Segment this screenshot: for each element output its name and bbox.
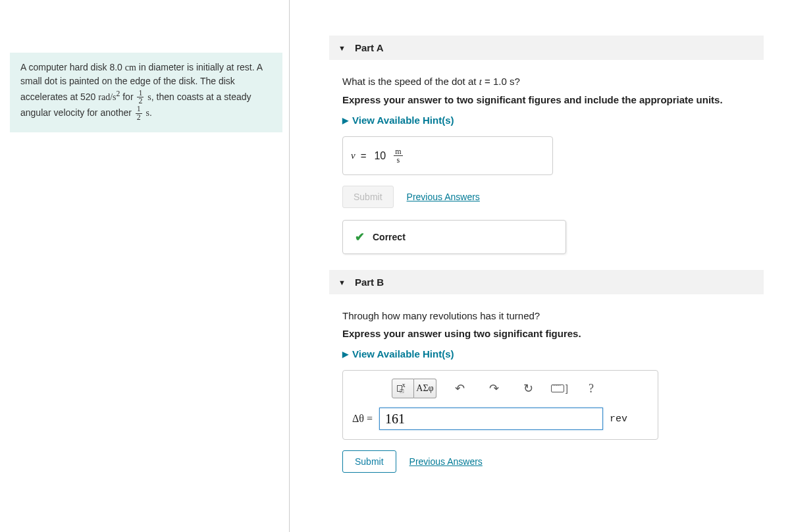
collapse-icon: ▼ bbox=[338, 44, 346, 52]
correct-label: Correct bbox=[373, 232, 406, 242]
answer-lhs: v bbox=[351, 150, 356, 161]
problem-statement: A computer hard disk 8.0 cm in diameter … bbox=[10, 53, 282, 132]
part-a-header[interactable]: ▼ Part A bbox=[329, 36, 764, 60]
answer-input-b[interactable] bbox=[379, 408, 603, 430]
previous-answers-a[interactable]: Previous Answers bbox=[407, 192, 480, 202]
fraction-half-1: 12 bbox=[137, 90, 144, 106]
part-b-instruction: Express your answer using two significan… bbox=[342, 328, 764, 339]
view-hints-a[interactable]: ▶ View Available Hint(s) bbox=[342, 115, 764, 126]
view-hints-b[interactable]: ▶ View Available Hint(s) bbox=[342, 348, 764, 359]
part-b-header[interactable]: ▼ Part B bbox=[329, 270, 764, 294]
part-a-instruction: Express your answer to two significant f… bbox=[342, 94, 764, 105]
equals-sign: = bbox=[361, 150, 367, 161]
correct-feedback: ✔ Correct bbox=[342, 220, 566, 254]
answer-widget-b: x□ ΑΣφ ↶ ↷ ↻ ] ? Δθ = rev bbox=[342, 370, 658, 440]
part-a-question: What is the speed of the dot at t = 1.0 … bbox=[342, 76, 764, 88]
previous-answers-b[interactable]: Previous Answers bbox=[409, 456, 483, 467]
problem-text: for bbox=[120, 92, 136, 102]
fraction-half-2: 12 bbox=[136, 105, 142, 122]
part-a-label: Part A bbox=[355, 42, 384, 53]
answer-display-a: v = 10 m s bbox=[342, 136, 553, 175]
collapse-icon: ▼ bbox=[338, 279, 346, 286]
submit-button-a: Submit bbox=[342, 186, 394, 208]
template-button[interactable]: x□ bbox=[392, 379, 414, 398]
answer-unit-b: rev bbox=[610, 413, 627, 425]
unit-cm: cm bbox=[125, 63, 136, 72]
expand-icon: ▶ bbox=[342, 116, 348, 125]
equation-toolbar: x□ ΑΣφ ↶ ↷ ↻ ] ? bbox=[352, 379, 648, 398]
part-b-label: Part B bbox=[355, 277, 384, 288]
undo-button[interactable]: ↶ bbox=[448, 379, 471, 398]
check-icon: ✔ bbox=[355, 230, 365, 244]
keyboard-icon bbox=[551, 385, 564, 392]
keyboard-button[interactable]: ] bbox=[551, 379, 568, 398]
submit-button-b[interactable]: Submit bbox=[342, 450, 396, 473]
expand-icon: ▶ bbox=[342, 350, 348, 359]
greek-button[interactable]: ΑΣφ bbox=[414, 379, 436, 398]
part-b-question: Through how many revolutions has it turn… bbox=[342, 310, 764, 321]
unit-rads2: rad/s2 bbox=[98, 92, 120, 102]
answer-lhs-b: Δθ = bbox=[352, 413, 373, 425]
problem-text: . bbox=[149, 107, 152, 118]
redo-button[interactable]: ↷ bbox=[483, 379, 505, 398]
answer-unit-a: m s bbox=[394, 147, 402, 164]
answer-value-a: 10 bbox=[374, 150, 386, 162]
help-button[interactable]: ? bbox=[580, 379, 602, 398]
reset-button[interactable]: ↻ bbox=[517, 379, 539, 398]
problem-text: A computer hard disk 8.0 bbox=[20, 62, 125, 72]
